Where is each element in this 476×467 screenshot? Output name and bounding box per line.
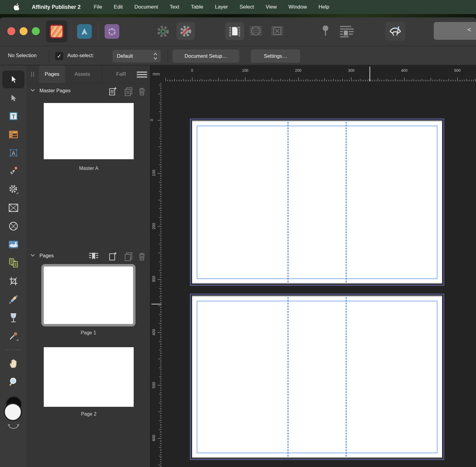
fill-stroke-swatches[interactable] xyxy=(0,395,27,435)
menu-item-file[interactable]: File xyxy=(88,4,108,10)
document-link-tool[interactable] xyxy=(0,254,27,272)
color-picker-tool[interactable] xyxy=(0,327,27,345)
pen-tool[interactable] xyxy=(0,162,27,180)
text-wrap-icon[interactable] xyxy=(338,24,355,39)
text-style-field[interactable]: < xyxy=(434,22,476,40)
zoom-icon xyxy=(9,377,18,387)
svg-text:T: T xyxy=(12,114,15,120)
v-ruler-label: 100 xyxy=(152,170,156,176)
svg-text:A: A xyxy=(12,150,15,156)
apple-logo-icon[interactable] xyxy=(13,3,20,11)
spread-2[interactable] xyxy=(190,294,444,460)
fields-icon[interactable] xyxy=(269,23,285,39)
menu-item-edit[interactable]: Edit xyxy=(108,4,128,10)
swap-colors-icon[interactable] xyxy=(7,423,20,430)
panel-tab-pages[interactable]: Pages xyxy=(39,65,65,83)
document-canvas[interactable]: mm 0100200300400500 0100200300400500600 xyxy=(150,65,476,467)
node-cursor-tool[interactable] xyxy=(0,89,27,107)
autoselect-dropdown[interactable]: Default xyxy=(113,50,161,62)
affinity-publisher-window: Affinity Publisher 2 FileEditDocumentTex… xyxy=(0,0,476,467)
toolbar-separator xyxy=(71,22,71,41)
pages-view-button[interactable] xyxy=(225,22,244,40)
close-button[interactable] xyxy=(7,27,15,35)
hand-tool[interactable] xyxy=(0,354,27,373)
publisher-app-button[interactable] xyxy=(46,20,67,42)
menu-item-help[interactable]: Help xyxy=(313,4,335,10)
column-guide xyxy=(346,297,347,457)
fill-swatch[interactable] xyxy=(4,403,22,421)
photo-app-button[interactable] xyxy=(101,20,123,42)
menu-item-view[interactable]: View xyxy=(260,4,283,10)
place-image-icon xyxy=(8,240,19,249)
frame-text-tool[interactable]: T xyxy=(0,107,27,125)
ellipse-frame-tool[interactable] xyxy=(0,217,27,235)
gear-corner-tool[interactable] xyxy=(0,180,27,199)
master-pages-title: Master Pages xyxy=(39,88,71,94)
artistic-text-tool[interactable]: A xyxy=(0,144,27,162)
rect-frame-icon xyxy=(8,203,19,212)
thumbnail-label: Page 2 xyxy=(44,411,134,417)
place-image-tool[interactable] xyxy=(0,235,27,254)
menu-item-window[interactable]: Window xyxy=(283,4,313,10)
menu-item-document[interactable]: Document xyxy=(128,4,164,10)
delete-master-icon[interactable] xyxy=(138,87,146,96)
hardware-brush-button[interactable] xyxy=(385,22,405,41)
zoom-tool[interactable] xyxy=(0,373,27,391)
menu-item-text[interactable]: Text xyxy=(164,4,185,10)
settings-button[interactable]: Settings… xyxy=(251,50,300,63)
section-circle-icon[interactable] xyxy=(248,23,264,39)
delete-page-icon[interactable] xyxy=(138,252,146,261)
move-cursor-icon xyxy=(9,75,18,84)
chevron-updown-icon xyxy=(153,52,158,60)
spread-1[interactable] xyxy=(190,119,444,286)
autoselect-checkbox[interactable]: ✓ xyxy=(55,52,63,60)
thumbnail-page-1[interactable] xyxy=(41,264,136,326)
designer-app-button[interactable] xyxy=(74,20,95,42)
document-setup-button[interactable]: Document Setup… xyxy=(173,50,239,63)
pages-header: Pages xyxy=(27,248,150,264)
minimize-button[interactable] xyxy=(20,27,28,35)
h-ruler-label: 500 xyxy=(454,68,461,73)
thumbnail-master-a[interactable] xyxy=(44,103,134,159)
add-page-icon[interactable] xyxy=(109,252,117,261)
rect-frame-tool[interactable] xyxy=(0,199,27,217)
move-cursor-tool[interactable] xyxy=(0,70,27,89)
menu-item-layer[interactable]: Layer xyxy=(209,4,234,10)
master-pages-header: Master Pages xyxy=(27,83,150,99)
pin-icon[interactable] xyxy=(320,24,331,38)
pages-title: Pages xyxy=(39,253,54,259)
page-2-surface[interactable] xyxy=(192,296,442,458)
h-ruler-label: 0 xyxy=(191,68,193,73)
panel-tab-far[interactable]: FaR xyxy=(104,65,138,83)
add-master-icon[interactable] xyxy=(109,87,117,96)
artistic-text-icon: A xyxy=(9,148,18,158)
toolbar-divider xyxy=(0,46,476,46)
fullscreen-button[interactable] xyxy=(32,27,40,35)
duplicate-master-icon[interactable] xyxy=(124,87,133,96)
table-tool[interactable] xyxy=(0,125,27,144)
v-ruler-label: 0 xyxy=(150,119,154,121)
thumbnail-label: Page 1 xyxy=(43,330,133,336)
anchor-page-icon[interactable] xyxy=(88,252,99,261)
thumbnail-page-2[interactable] xyxy=(44,347,134,407)
gear-preferences-icon[interactable] xyxy=(156,24,170,39)
panel-tab-assets[interactable]: Assets xyxy=(66,65,98,83)
panel-menu-icon[interactable] xyxy=(137,72,147,78)
tools-divider xyxy=(5,350,22,350)
chevron-down-icon[interactable] xyxy=(30,254,35,257)
app-title[interactable]: Affinity Publisher 2 xyxy=(32,4,80,10)
panel-drag-handle[interactable]: || xyxy=(31,71,35,77)
duplicate-page-icon[interactable] xyxy=(124,252,133,261)
node-cursor-icon xyxy=(9,94,17,102)
menu-item-table[interactable]: Table xyxy=(185,4,209,10)
vector-crop-tool[interactable] xyxy=(0,272,27,290)
toolbar-separator xyxy=(98,22,98,41)
menu-item-select[interactable]: Select xyxy=(234,4,260,10)
gradient-tool[interactable] xyxy=(0,290,27,309)
chevron-down-icon[interactable] xyxy=(30,89,35,92)
gear-slash-button[interactable] xyxy=(177,22,195,40)
tools-sidebar: TA xyxy=(0,65,27,467)
page-1-surface[interactable] xyxy=(192,120,442,284)
transparency-glass-tool[interactable] xyxy=(0,309,27,327)
page-1-margin-guides xyxy=(197,126,437,279)
